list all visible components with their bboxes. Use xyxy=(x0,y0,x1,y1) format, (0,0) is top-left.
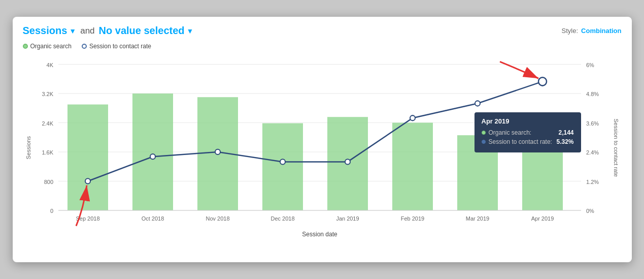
sessions-dropdown-arrow: ▼ xyxy=(69,27,76,35)
legend-dot-organic xyxy=(23,44,28,49)
dot-dec xyxy=(280,159,285,164)
svg-text:3.6%: 3.6% xyxy=(586,120,599,126)
header-left: Sessions ▼ and No value selected ▼ xyxy=(23,25,194,37)
svg-text:Jan 2019: Jan 2019 xyxy=(336,215,359,222)
chart-card: Sessions ▼ and No value selected ▼ Style… xyxy=(13,17,632,262)
svg-text:1.6K: 1.6K xyxy=(42,149,53,156)
header-right: Style: Combination xyxy=(562,27,622,35)
dot-feb xyxy=(410,115,415,120)
legend-label-organic: Organic search xyxy=(30,43,72,50)
svg-text:4.8%: 4.8% xyxy=(586,91,599,97)
bar-dec2018 xyxy=(262,123,303,210)
style-value[interactable]: Combination xyxy=(581,27,621,35)
dot-oct xyxy=(150,154,155,159)
style-label: Style: xyxy=(562,27,579,35)
svg-text:Dec 2018: Dec 2018 xyxy=(270,215,294,222)
dot-nov xyxy=(215,149,220,154)
legend-label-session-rate: Session to contact rate xyxy=(89,43,151,50)
svg-text:1.2%: 1.2% xyxy=(586,178,599,184)
bar-apr2019 xyxy=(522,134,563,210)
legend-session-rate: Session to contact rate xyxy=(82,43,151,50)
no-value-dropdown-arrow: ▼ xyxy=(187,27,194,35)
bar-oct2018 xyxy=(132,94,173,210)
svg-text:Oct 2018: Oct 2018 xyxy=(141,215,164,222)
chart-legend: Organic search Session to contact rate xyxy=(23,43,622,50)
svg-text:800: 800 xyxy=(44,178,53,184)
no-value-dropdown[interactable]: No value selected ▼ xyxy=(99,25,194,37)
svg-text:Mar 2019: Mar 2019 xyxy=(465,215,489,222)
and-label: and xyxy=(80,26,94,36)
dot-jan xyxy=(345,159,350,164)
svg-text:3.2K: 3.2K xyxy=(42,91,53,97)
svg-text:Session to contact rate: Session to contact rate xyxy=(613,118,619,177)
legend-organic: Organic search xyxy=(23,43,72,50)
sessions-label: Sessions xyxy=(23,25,67,37)
svg-text:4K: 4K xyxy=(46,62,53,68)
svg-text:0%: 0% xyxy=(586,208,594,214)
chart-svg: 0 800 1.6K 2.4K 3.2K 4K Sessions 0% 1.2%… xyxy=(23,54,622,252)
svg-text:Apr 2019: Apr 2019 xyxy=(531,215,554,222)
sessions-dropdown[interactable]: Sessions ▼ xyxy=(23,25,77,37)
dot-mar xyxy=(475,101,480,106)
svg-text:Feb 2019: Feb 2019 xyxy=(400,215,424,222)
dot-sep xyxy=(85,178,90,183)
svg-text:Sessions: Sessions xyxy=(25,136,31,159)
bar-feb2019 xyxy=(392,122,433,210)
svg-text:6%: 6% xyxy=(586,62,594,68)
svg-text:2.4%: 2.4% xyxy=(586,149,599,156)
svg-text:0: 0 xyxy=(50,208,53,214)
dot-apr-highlight[interactable] xyxy=(538,77,547,85)
svg-text:Nov 2018: Nov 2018 xyxy=(206,215,229,222)
legend-dot-session-rate xyxy=(82,44,87,49)
svg-text:Session date: Session date xyxy=(302,231,337,238)
chart-header: Sessions ▼ and No value selected ▼ Style… xyxy=(23,25,622,37)
no-value-label: No value selected xyxy=(99,25,185,37)
bar-mar2019 xyxy=(457,135,498,210)
bar-sep2018 xyxy=(67,105,108,210)
chart-area: 0 800 1.6K 2.4K 3.2K 4K Sessions 0% 1.2%… xyxy=(23,54,622,252)
svg-text:2.4K: 2.4K xyxy=(42,120,53,126)
